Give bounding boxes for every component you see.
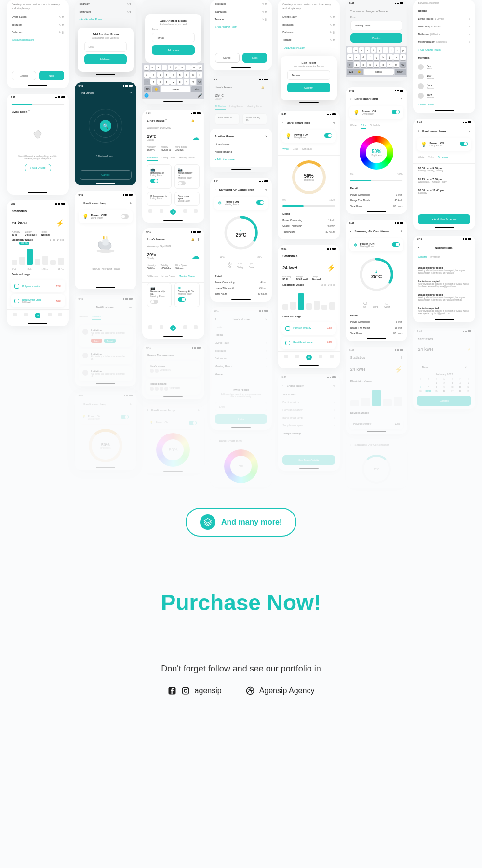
house-option[interactable]: Lina's house	[210, 140, 272, 148]
confirm-button[interactable]: Confirm	[350, 33, 403, 43]
bell-icon[interactable]: 🔔	[191, 238, 194, 241]
notif-item[interactable]: Usage monthly reportWeekly electricity c…	[413, 263, 475, 277]
dribbble-icon	[246, 686, 254, 695]
room-row[interactable]: Bedroom | 3 Devices›	[413, 23, 475, 30]
room-row[interactable]: Living Room | 6 Devices›	[413, 15, 475, 23]
room-row: Living Room✎ 🗑	[7, 13, 69, 21]
device-card[interactable]: 📺Bardi smart tvLiving Room	[147, 164, 172, 189]
room-input[interactable]: Terrace	[152, 33, 195, 42]
social-dribbble[interactable]: Agensip Agency	[246, 686, 315, 695]
date-filter[interactable]: 6 Feb - 14 Feb	[50, 239, 64, 241]
power-toggle[interactable]	[121, 214, 129, 219]
tab[interactable]: All Device	[147, 156, 158, 161]
email-field[interactable]: Email	[84, 42, 127, 52]
follow-text: Don't forget follow and see our portfoli…	[0, 664, 482, 674]
bulb-icon: 💡	[285, 133, 291, 139]
house-sheet: Another House✕ Lina's house House padang…	[210, 129, 272, 167]
ac-mode[interactable]: ▭Cover	[249, 262, 254, 269]
keyboard[interactable]: qwertyuiop asdfghjkl ⇧zxcvbnm⌫ 123😊space…	[142, 63, 204, 99]
kwh-value: 24 kwH	[12, 221, 27, 225]
back-icon[interactable]: ‹	[80, 201, 81, 205]
add-room-modal: Add Another Room Add another room you ne…	[145, 14, 201, 63]
room-selector[interactable]: Living Room ˅	[12, 110, 30, 113]
bulb-icon: 💡	[82, 415, 85, 420]
find-title: Find Device	[80, 92, 95, 94]
cancel-button[interactable]: Cancel	[12, 71, 36, 80]
many-more-button[interactable]: And many more!	[186, 508, 296, 537]
house-selector[interactable]: Lina's house ˅	[147, 237, 167, 241]
bottom-nav[interactable]: +	[142, 206, 204, 218]
menu-icon[interactable]: ⋮	[197, 238, 200, 241]
ac-temp: 25°C	[236, 232, 246, 237]
bulb-icon: 💡	[82, 214, 88, 219]
invite-link[interactable]: + Invite People	[413, 101, 475, 108]
bottom-nav[interactable]: ⊞	[7, 309, 69, 321]
thermometer-icon: 🌡	[239, 228, 243, 232]
add-room-button[interactable]: Add room	[152, 45, 195, 55]
instagram-icon	[181, 686, 190, 695]
device-card[interactable]: Polytron smart tvLiving Room	[147, 192, 172, 206]
room-row: Bathroom✎ 🗑	[7, 28, 69, 36]
power-toggle[interactable]	[256, 200, 264, 205]
menu-icon[interactable]: ⋮	[62, 210, 64, 213]
schedule-item[interactable]: 08.30 pm ~ 11.45 pmSaturday	[413, 186, 475, 197]
room-row: Bedroom✎ 🗑	[75, 0, 137, 8]
add-room-link[interactable]: + Add Another Room	[7, 36, 69, 44]
menu-icon[interactable]: ⋮	[197, 119, 200, 122]
device-card[interactable]: Sony home speac..Living Room	[174, 192, 199, 206]
avatar	[82, 329, 88, 335]
bulb-icon: 💡	[353, 110, 359, 115]
empty-msg: You still haven't added anything, add it…	[7, 155, 69, 160]
cancel-button[interactable]: Cancel	[215, 53, 240, 63]
add-room-button[interactable]: Add room	[84, 54, 127, 64]
member-row: FarzMember	[413, 91, 475, 101]
house-option[interactable]: House padang	[210, 148, 272, 156]
edit-room-modal: Edit Room You want to change the Terrace…	[281, 56, 337, 100]
schedule-item[interactable]: 08.00 pm ~ 9.00 pmSunday, Monday, Tuesda…	[413, 164, 475, 175]
svg-point-0	[97, 249, 115, 253]
brightness-dial[interactable]: 50% Brightness	[292, 160, 326, 194]
brightness-slider[interactable]	[282, 205, 335, 207]
schedule-item[interactable]: 05.15 pm ~ 7.00 pmWednesday, Thursday, F…	[413, 175, 475, 186]
ac-mode[interactable]: 〰Swing	[237, 262, 243, 269]
add-schedule-button[interactable]: + Add New Schedule	[418, 214, 470, 224]
notif-item[interactable]: Invitation rejectedYour invitation to be…	[413, 304, 475, 317]
confirm-button[interactable]: Confirm	[287, 83, 330, 92]
tab[interactable]: Living Room	[161, 156, 175, 161]
next-button[interactable]: Next	[242, 53, 267, 63]
room-row[interactable]: Meeting Room | 3 Devices›	[413, 38, 475, 46]
add-device-btn[interactable]: + Add Device	[25, 164, 51, 171]
notif-item[interactable]: Usage monthly reportWeekly electricity c…	[413, 290, 475, 304]
plug-illustration	[94, 231, 118, 255]
color-wheel[interactable]: 50%Brightness	[360, 136, 393, 170]
add-house-link[interactable]: + Add other house	[210, 156, 272, 163]
plug-icon	[26, 123, 50, 147]
room-row: Bedroom✎ 🗑	[7, 21, 69, 28]
weather-icon: ☁	[192, 251, 200, 261]
social-facebook-instagram[interactable]: agensip	[168, 686, 222, 695]
bell-icon[interactable]: 🔔	[191, 119, 194, 122]
eu-heading: Electricity Usage	[12, 238, 33, 241]
next-button[interactable]: Next	[39, 71, 64, 80]
tab[interactable]: Meeting Room	[179, 156, 195, 161]
room-row: Bathroom✎ 🗑	[75, 8, 137, 15]
house-selector[interactable]: Lina's house ˅	[147, 119, 167, 122]
purchase-heading: Purchase Now!	[0, 590, 482, 616]
room-row[interactable]: Bathroom | 0 Device›	[413, 30, 475, 38]
invite-button[interactable]: Invite	[215, 414, 268, 424]
add-room-link[interactable]: + Add Another Room	[75, 15, 137, 23]
plug-msg: Turn On The Power Please	[75, 263, 137, 275]
ac-mode[interactable]: ⏻Off	[228, 262, 231, 269]
cancel-button[interactable]: Cancel	[80, 170, 132, 180]
bar-chart	[7, 244, 69, 268]
ac-icon: ❄	[218, 200, 222, 206]
notif-item[interactable]: Invitation acceptedYour invitation to be…	[413, 277, 475, 290]
tv-icon	[14, 284, 19, 289]
edit-icon[interactable]: ✎	[130, 202, 132, 205]
close-icon[interactable]: ✕	[265, 135, 267, 138]
help-icon[interactable]: ?	[130, 92, 132, 94]
device-card[interactable]: 📷Nexon security ca..Meeting Room	[174, 164, 199, 189]
lamp-icon	[14, 299, 19, 303]
svg-rect-6	[182, 687, 189, 694]
svg-point-8	[187, 688, 188, 689]
